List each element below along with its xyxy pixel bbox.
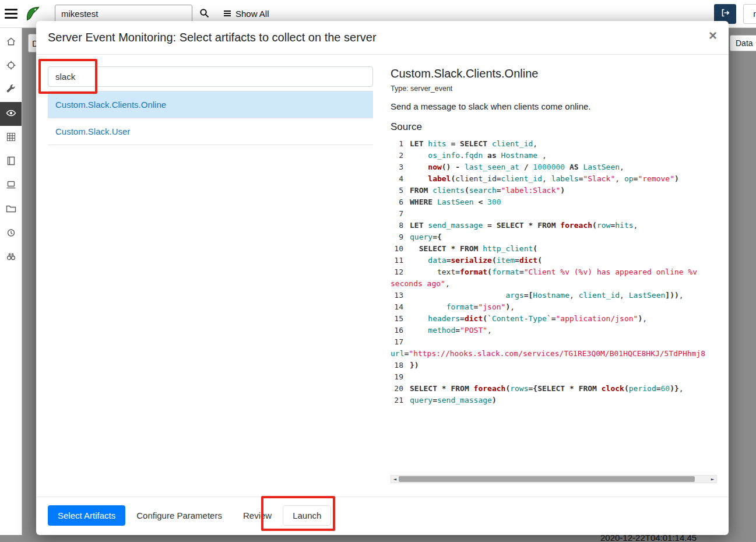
code-line: 11 data=serialize(item=dict( xyxy=(391,255,717,266)
sidebar-item-server-events[interactable] xyxy=(0,102,22,126)
line-number: 15 xyxy=(391,313,403,325)
home-icon xyxy=(6,36,16,49)
line-number: 7 xyxy=(391,208,403,220)
line-number: 19 xyxy=(391,371,403,383)
user-button[interactable]: mi xyxy=(743,4,756,24)
line-number: 1 xyxy=(391,138,403,150)
artifact-search-input[interactable] xyxy=(48,66,373,87)
line-number: 6 xyxy=(391,196,403,208)
code-line: 10 SELECT * FROM http_client( xyxy=(391,243,717,255)
book-icon xyxy=(6,156,16,168)
logout-icon xyxy=(720,8,730,20)
tab-review[interactable]: Review xyxy=(233,505,282,526)
show-all-button[interactable]: Show All xyxy=(216,5,276,23)
sidebar-item-artifacts[interactable] xyxy=(0,78,22,102)
sidebar-item-library[interactable] xyxy=(0,150,22,174)
line-number: 21 xyxy=(391,395,403,406)
line-number: 5 xyxy=(391,185,403,196)
code-line: 5FROM clients(search="label:Slack") xyxy=(391,185,717,196)
code-line: 21query=send_massage) xyxy=(391,395,717,406)
modal-body: Custom.Slack.Clients.OnlineCustom.Slack.… xyxy=(36,55,729,497)
code-line: 12 text=format(format="Client %v (%v) ha… xyxy=(391,266,717,278)
velociraptor-app: Show All mi D Data ▾ xyxy=(0,0,756,542)
wrench-icon xyxy=(6,84,16,97)
code-line: seconds ago", xyxy=(391,278,717,290)
data-dropdown-button[interactable]: Data ▾ xyxy=(730,35,756,51)
scrollbar-thumb[interactable] xyxy=(399,476,695,482)
sidebar-item-home[interactable] xyxy=(0,30,22,54)
artifact-details-panel: Custom.Slack.Clients.Online Type: server… xyxy=(391,66,717,497)
sidebar xyxy=(0,28,22,535)
sidebar-item-history[interactable] xyxy=(0,221,22,245)
code-line: 1LET hits = SELECT client_id, xyxy=(391,138,717,150)
artifact-description: Send a message to slack when clients com… xyxy=(391,101,717,111)
line-number: 3 xyxy=(391,161,403,173)
artifact-selector-panel: Custom.Slack.Clients.OnlineCustom.Slack.… xyxy=(48,66,373,497)
code-line: 18}) xyxy=(391,360,717,371)
tab-select-artifacts[interactable]: Select Artifacts xyxy=(48,505,125,526)
code-line: 13 args=[Hostname, client_id, LastSeen])… xyxy=(391,290,717,301)
code-lines: 1LET hits = SELECT client_id,2 os_info.f… xyxy=(391,138,717,406)
wizard-tabs: Select ArtifactsConfigure ParametersRevi… xyxy=(48,505,717,526)
data-dropdown-label: Data xyxy=(736,38,753,48)
artifact-title: Custom.Slack.Clients.Online xyxy=(391,67,717,80)
line-number: 20 xyxy=(391,383,403,395)
folder-icon xyxy=(6,203,16,216)
line-number: 8 xyxy=(391,220,403,231)
scroll-left-arrow[interactable]: ◄ xyxy=(391,476,399,483)
velociraptor-logo xyxy=(24,5,41,23)
line-number: 13 xyxy=(391,290,403,301)
code-line: 4 label(client_id=client_id, labels="Sla… xyxy=(391,173,717,185)
line-number: 17 xyxy=(391,336,403,348)
line-number: 16 xyxy=(391,325,403,336)
sidebar-item-table[interactable] xyxy=(0,126,22,150)
sidebar-item-host[interactable] xyxy=(0,174,22,198)
artifact-list-item[interactable]: Custom.Slack.User xyxy=(48,118,373,145)
code-line: 8LET send_massage = SELECT * FROM foreac… xyxy=(391,220,717,231)
modal-header: Server Event Monitoring: Select artifact… xyxy=(36,21,729,55)
artifact-type: Type: server_event xyxy=(391,85,717,93)
line-number: 10 xyxy=(391,243,403,255)
artifact-list-item[interactable]: Custom.Slack.Clients.Online xyxy=(48,91,373,118)
line-number: 2 xyxy=(391,150,403,161)
artifact-list: Custom.Slack.Clients.OnlineCustom.Slack.… xyxy=(48,91,373,145)
close-icon[interactable]: × xyxy=(709,30,717,41)
code-line: 9query={ xyxy=(391,231,717,243)
line-number: 11 xyxy=(391,255,403,266)
code-line: 15 headers=dict(`Content-Type`="applicat… xyxy=(391,313,717,325)
tab-launch[interactable]: Launch xyxy=(283,505,331,526)
code-line: url="https://hooks.slack.com/services/TG… xyxy=(391,348,717,360)
show-all-label: Show All xyxy=(235,9,269,19)
code-line: 2 os_info.fqdn as Hostname , xyxy=(391,150,717,161)
horizontal-scrollbar[interactable]: ◄ ► xyxy=(391,475,717,483)
crosshair-icon xyxy=(6,60,16,73)
server-event-monitoring-modal: Server Event Monitoring: Select artifact… xyxy=(36,21,729,535)
scroll-right-arrow[interactable]: ► xyxy=(709,476,716,483)
sidebar-item-search-hosts[interactable] xyxy=(0,245,22,269)
source-code-block[interactable]: 1LET hits = SELECT client_id,2 os_info.f… xyxy=(391,138,717,483)
line-number: 12 xyxy=(391,266,403,278)
code-line: 6WHERE LastSeen < 300 xyxy=(391,196,717,208)
sidebar-item-files[interactable] xyxy=(0,198,22,221)
line-number: 14 xyxy=(391,301,403,313)
modal-footer: Select ArtifactsConfigure ParametersRevi… xyxy=(36,497,729,535)
sidebar-item-hunts[interactable] xyxy=(0,54,22,78)
line-number: 9 xyxy=(391,231,403,243)
list-icon xyxy=(223,9,231,19)
binoculars-icon xyxy=(6,251,16,264)
code-line: 14 format="json"), xyxy=(391,301,717,313)
code-line: 3 now() - last_seen_at / 1000000 AS Last… xyxy=(391,161,717,173)
source-heading: Source xyxy=(391,121,717,133)
menu-icon[interactable] xyxy=(5,6,17,21)
search-icon xyxy=(199,8,209,20)
code-line: 19 xyxy=(391,371,717,383)
laptop-icon xyxy=(6,180,16,192)
search-button[interactable] xyxy=(192,5,216,23)
line-number: 18 xyxy=(391,360,403,371)
tab-configure-parameters[interactable]: Configure Parameters xyxy=(126,505,232,526)
code-line: 17 xyxy=(391,336,717,348)
client-search-input[interactable] xyxy=(55,5,192,23)
line-number: 4 xyxy=(391,173,403,185)
code-line: 20SELECT * FROM foreach(rows={SELECT * F… xyxy=(391,383,717,395)
modal-title: Server Event Monitoring: Select artifact… xyxy=(48,30,377,45)
